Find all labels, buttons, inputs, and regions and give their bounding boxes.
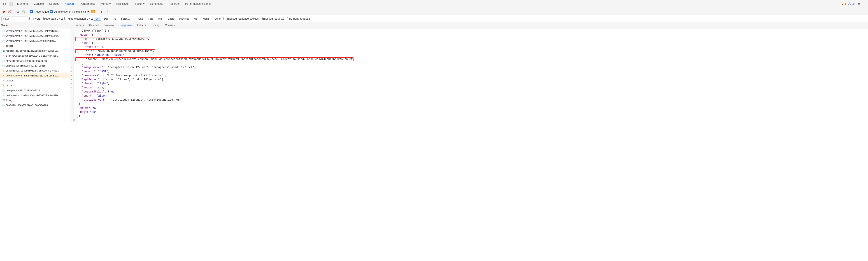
tab-elements[interactable]: Elements (14, 1, 31, 7)
request-item[interactable]: 🖼1.png (0, 98, 70, 103)
filter-doc-button[interactable]: Doc (102, 17, 111, 21)
request-item[interactable]: 📄delegate.html?1703209009329 (0, 88, 70, 93)
tab-perf-insights[interactable]: Performance insights (182, 1, 213, 7)
third-party-checkbox[interactable] (285, 17, 288, 20)
hide-extension-label[interactable]: Hide extension URLs (64, 17, 93, 20)
code-line: - "msg": "ok" (70, 110, 868, 114)
preserve-log-checkbox[interactable] (30, 10, 33, 13)
tab-network[interactable]: Network (62, 1, 77, 7)
request-item[interactable]: 🖼register_bg.jpg?d8811ce21dcabd46f457b69… (0, 48, 70, 53)
code-line: - "pn": "YD20160637306799", (70, 53, 868, 57)
tab-headers[interactable]: Headers (71, 23, 87, 28)
request-item[interactable]: ⚙collect (0, 78, 70, 83)
tab-initiator[interactable]: Initiator (134, 23, 149, 28)
import-icon[interactable]: ⬆ (99, 9, 104, 14)
blocked-requests-checkbox[interactable] (259, 17, 262, 20)
tab-payload[interactable]: Payload (87, 23, 101, 28)
tab-security[interactable]: Security (132, 1, 147, 7)
code-line: - "data": { (70, 33, 868, 37)
tab-sources[interactable]: Sources (46, 1, 62, 7)
devtools-tab-bar: ⬡ ⬜ Elements Console Sources Network Per… (0, 0, 868, 8)
tab-cookies[interactable]: Cookies (162, 23, 177, 28)
inspect-icon[interactable]: ⬡ (2, 1, 7, 7)
line-content: "imageServer": ["necaptcha.nosdn.127.net… (73, 65, 868, 69)
tab-console[interactable]: Console (31, 1, 46, 7)
line-content: "resources": ["/2.25.0/core-optimi.v2.25… (73, 73, 868, 77)
right-panel: Headers Payload Preview Response Initiat… (70, 22, 868, 261)
line-dash: - (70, 45, 73, 49)
request-item[interactable]: 📄w/?data=eyJkYRhVHlwZSI6ICJpZSIsImNlc3Np… (0, 33, 70, 38)
filter-css-button[interactable]: CSS (136, 17, 146, 21)
network-conditions-icon[interactable]: 📶 (91, 9, 95, 14)
request-item[interactable]: ⚙getUnread.action?appKey=cb37e835cc3ea89… (0, 93, 70, 98)
tab-performance[interactable]: Performance (77, 1, 98, 7)
tab-response[interactable]: Response (117, 23, 134, 28)
more-options-icon[interactable]: ⋮ (862, 1, 867, 7)
line-content: "token": "9ca17ae2e6fecda16ae2e6eeb5cb52… (73, 57, 868, 61)
line-content: "theme": "light", (73, 81, 868, 86)
filter-other-button[interactable]: Other (212, 17, 223, 21)
request-item[interactable]: ⚙c?p=YD00615509752509&v=1.0.1&vk=d4459..… (0, 53, 70, 58)
request-item[interactable]: 📜pk1.js (0, 83, 70, 88)
filter-ws-button[interactable]: WS (191, 17, 199, 21)
filter-manifest-button[interactable]: Manifest (177, 17, 191, 21)
preserve-log-label[interactable]: Preserve log (30, 10, 49, 13)
line-dash: - (70, 49, 73, 53)
clear-button[interactable]: 🚫 (7, 9, 12, 14)
throttle-select[interactable]: No throttling (71, 10, 90, 13)
toolbar-divider-1 (14, 10, 14, 14)
hide-data-urls-checkbox[interactable] (41, 17, 43, 20)
filter-fetch-xhr-button[interactable]: Fetch/XHR (119, 17, 135, 21)
xhr-icon: ⚙ (2, 44, 5, 47)
third-party-label[interactable]: 3rd-party requests (285, 17, 310, 20)
line-dash: - (70, 102, 73, 106)
xhr-icon: ⚙ (2, 54, 5, 57)
line-dash: - (70, 98, 73, 102)
record-button[interactable]: ⏺ (1, 9, 6, 14)
filter-all-button[interactable]: All (94, 17, 101, 21)
line-content: "pn": "YD20160637306799", (73, 53, 868, 57)
filter-icon-button[interactable]: ⊟ (16, 9, 21, 14)
disable-cache-checkbox[interactable] (50, 10, 53, 13)
hide-data-urls-label[interactable]: Hide data URLs (41, 17, 63, 20)
line-dash: - (70, 81, 73, 86)
disable-cache-label[interactable]: Disable cache (50, 10, 70, 13)
export-icon[interactable]: ⬇ (105, 9, 110, 14)
blocked-cookies-checkbox[interactable] (223, 17, 226, 20)
tab-timing[interactable]: Timing (149, 23, 162, 28)
highlight-box: "dt": "T8ogZzrk4VFERlBVRVfUsIS/GNmuDPln"… (75, 37, 150, 41)
request-item[interactable]: 📄w/?data=eyJkYRhVHlwZSI6ICJpZSIsImN1cnJl… (0, 28, 70, 33)
tab-preview[interactable]: Preview (102, 23, 117, 28)
filter-media-button[interactable]: Media (165, 17, 176, 21)
invert-checkbox[interactable] (29, 17, 32, 20)
tab-memory[interactable]: Memory (98, 1, 113, 7)
request-item[interactable]: 📄38a7410cdf36ef88290e0136e0f86998 (0, 103, 70, 108)
settings-icon[interactable]: ⚙ (856, 1, 862, 7)
search-button[interactable]: 🔍 (22, 9, 26, 14)
request-item[interactable]: 📄4ff7e83b73e006f04e3b8578fb145705 (0, 58, 70, 63)
invert-label[interactable]: Invert (29, 17, 40, 20)
filter-img-button[interactable]: Img (156, 17, 164, 21)
filter-font-button[interactable]: Font (147, 17, 156, 21)
line-dash: - (70, 65, 73, 69)
filter-wasm-button[interactable]: Wasm (200, 17, 212, 21)
tab-lighthouse[interactable]: Lighthouse (147, 1, 166, 7)
blocked-requests-label[interactable]: Blocked requests (259, 17, 284, 20)
info-badge: 💬 20 (848, 2, 855, 5)
line-dash: - (70, 114, 73, 118)
request-item[interactable]: ⚙collect (0, 43, 70, 48)
code-lines-container: 1__JSONP_m7f6gwf_0({- "data": {- "dt": "… (70, 29, 868, 122)
hide-extension-checkbox[interactable] (64, 17, 67, 20)
request-item[interactable]: 📄w/?data=eyJkYRhVHlwZSI6ICJwdiIsIiwdiIsN… (0, 38, 70, 43)
filter-js-button[interactable]: JS (111, 17, 118, 21)
doc-icon: 📄 (2, 34, 5, 37)
tab-application[interactable]: Application (113, 1, 132, 7)
request-item[interactable]: ⚙getconf?referer=https%3A%2F%2Fdun.163.c… (0, 73, 70, 78)
device-icon[interactable]: ⬜ (8, 1, 13, 7)
request-item[interactable]: 📄dd64fcaf30c83dd72f8f3e3527eee5ff (0, 63, 70, 68)
request-item[interactable]: 📜cb37e835cc3ea89b5895aa43b8ec20f8.js?hid… (0, 68, 70, 73)
filter-input[interactable] (1, 16, 28, 21)
blocked-cookies-label[interactable]: Blocked response cookies (223, 17, 258, 20)
tab-recorder[interactable]: Recorder (166, 1, 182, 7)
line-content: "smart": false, (73, 94, 868, 98)
